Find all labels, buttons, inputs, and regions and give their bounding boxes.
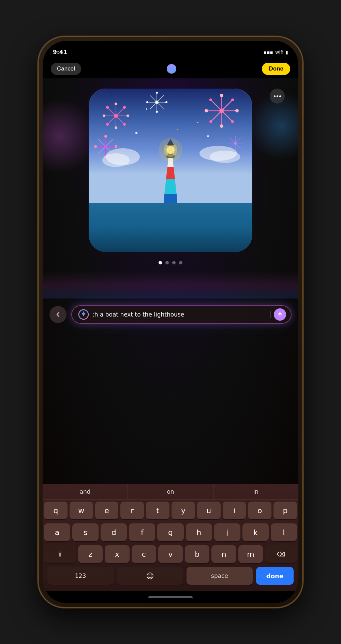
key-j[interactable]: j [214, 523, 240, 541]
top-bar: Cancel Done [43, 59, 298, 78]
wifi-icon: wifi [275, 49, 283, 55]
title-area [167, 64, 176, 74]
key-l[interactable]: l [271, 523, 297, 541]
key-z[interactable]: z [78, 545, 103, 563]
done-button[interactable]: Done [262, 63, 290, 75]
status-time: 9:41 [53, 49, 67, 56]
key-c[interactable]: c [132, 545, 156, 563]
image-wrapper [89, 89, 252, 252]
dot1 [274, 95, 276, 97]
indicator-3[interactable] [172, 261, 176, 264]
key-q[interactable]: q [44, 502, 68, 519]
key-e[interactable]: e [95, 502, 119, 519]
ai-sparkle-icon [78, 309, 89, 320]
indicator-4[interactable] [179, 261, 182, 264]
dot2 [277, 95, 278, 97]
indicator-1[interactable] [159, 261, 162, 264]
prompt-input-wrapper[interactable]: :h a boat next to the lighthouse [71, 305, 292, 324]
gradient-divider [43, 271, 298, 298]
key-h[interactable]: h [186, 523, 212, 541]
key-emoji[interactable]: ☺ [117, 567, 183, 585]
send-button[interactable] [274, 308, 286, 321]
suggestion-and[interactable]: and [43, 484, 128, 499]
key-p[interactable]: p [273, 502, 297, 519]
key-shift[interactable]: ⇧ [44, 545, 76, 563]
key-123[interactable]: 123 [47, 567, 114, 585]
suggestions-bar: and on in [43, 484, 298, 500]
key-m[interactable]: m [238, 545, 263, 563]
key-n[interactable]: n [211, 545, 236, 563]
image-container [43, 78, 298, 256]
more-options-button[interactable] [270, 89, 285, 104]
page-indicators [43, 256, 298, 271]
key-i[interactable]: i [223, 502, 246, 519]
key-t[interactable]: t [146, 502, 169, 519]
key-row-3: ⇧ z x c v b n m ⌫ [43, 543, 298, 565]
key-row-1: q w e r t y u i o p [43, 500, 298, 521]
dot3 [279, 95, 281, 97]
keyboard: and on in q w e r t y u i o p a s d [43, 484, 298, 591]
key-row-2: a s d f g h j k l [43, 521, 298, 543]
phone-frame: 9:41 ▪▪▪ wifi ▮ Cancel Done [38, 36, 303, 608]
cancel-button[interactable]: Cancel [51, 63, 81, 75]
key-a[interactable]: a [44, 523, 70, 541]
key-delete[interactable]: ⌫ [265, 545, 297, 563]
sky-bg [89, 89, 252, 211]
lighthouse-image [89, 89, 252, 252]
key-v[interactable]: v [158, 545, 183, 563]
signal-icon: ▪▪▪ [264, 49, 273, 55]
key-w[interactable]: w [70, 502, 93, 519]
indicator-2[interactable] [165, 261, 169, 264]
key-k[interactable]: k [242, 523, 269, 541]
home-indicator [43, 591, 298, 603]
key-done-keyboard[interactable]: done [256, 567, 294, 585]
ocean-bg [89, 203, 252, 252]
avatar [167, 64, 176, 74]
phone-screen: 9:41 ▪▪▪ wifi ▮ Cancel Done [43, 41, 298, 603]
key-y[interactable]: y [172, 502, 195, 519]
main-content: :h a boat next to the lighthouse [43, 78, 298, 484]
back-button[interactable] [49, 306, 66, 323]
keyboard-bottom: 123 ☺ space done [43, 565, 298, 588]
key-f[interactable]: f [129, 523, 155, 541]
key-space[interactable]: space [187, 567, 253, 585]
key-x[interactable]: x [105, 545, 129, 563]
key-g[interactable]: g [157, 523, 183, 541]
dynamic-island [150, 46, 191, 57]
status-icons: ▪▪▪ wifi ▮ [264, 49, 288, 55]
key-b[interactable]: b [185, 545, 209, 563]
key-d[interactable]: d [101, 523, 127, 541]
suggestion-in[interactable]: in [213, 484, 298, 499]
battery-icon: ▮ [285, 49, 288, 55]
key-r[interactable]: r [120, 502, 144, 519]
key-s[interactable]: s [72, 523, 99, 541]
home-bar [148, 596, 193, 598]
prompt-area: :h a boat next to the lighthouse [43, 298, 298, 327]
key-o[interactable]: o [248, 502, 271, 519]
prompt-input-text: :h a boat next to the lighthouse [92, 311, 266, 318]
suggestion-on[interactable]: on [128, 484, 213, 499]
text-cursor [270, 311, 270, 318]
key-u[interactable]: u [197, 502, 221, 519]
